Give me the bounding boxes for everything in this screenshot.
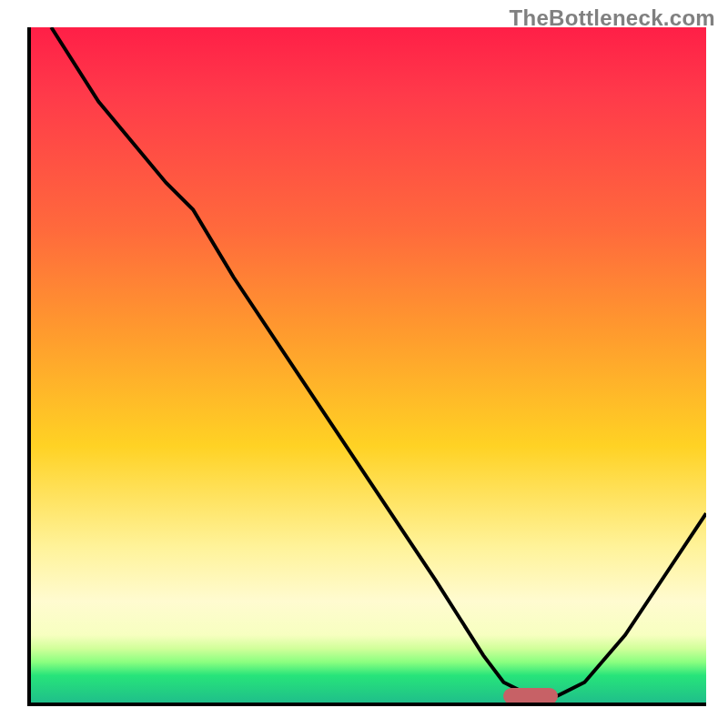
bottleneck-curve-path [51,27,706,696]
optimum-marker [503,688,557,704]
chart-curve-layer [31,27,706,703]
chart-plot-area [27,27,706,706]
